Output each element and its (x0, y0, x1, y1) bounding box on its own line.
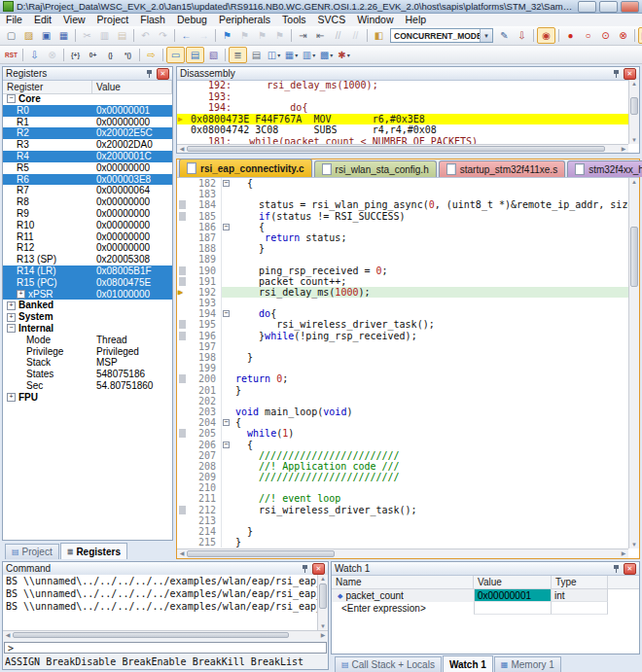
fold-collapse-icon[interactable]: − (223, 419, 230, 426)
disassembly-line[interactable]: 192: rsi_delay_ms(1000); (177, 80, 628, 91)
step-out-icon[interactable]: (} (102, 48, 119, 62)
register-row-r5[interactable]: R50x00000000 (3, 162, 172, 174)
scroll-left-icon[interactable]: ◀ (4, 631, 12, 639)
register-row-r15-pc[interactable]: R15 (PC)0x0800475E (3, 277, 172, 289)
dock-tab-memory-1[interactable]: ▦Memory 1 (494, 656, 561, 672)
register-row-r0[interactable]: R00x00000001 (3, 105, 172, 117)
code-line-213[interactable]: 213 (177, 515, 628, 526)
register-row-privilege[interactable]: PrivilegePrivileged (3, 346, 172, 358)
scroll-up-icon[interactable]: ▲ (318, 575, 328, 583)
pin-icon[interactable] (146, 69, 153, 79)
indent-right-icon[interactable]: ⇥ (295, 28, 311, 43)
minimize-button[interactable] (578, 1, 596, 13)
scroll-left-icon[interactable]: ◀ (178, 145, 186, 153)
scroll-up-icon[interactable]: ▲ (629, 80, 639, 88)
code-line-182[interactable]: 182− { (177, 178, 628, 189)
pin-icon[interactable] (613, 69, 620, 79)
pin-icon[interactable] (613, 564, 620, 574)
run-to-line-icon[interactable]: *() (120, 48, 136, 62)
maximize-button[interactable] (599, 1, 618, 13)
paste-icon[interactable]: ▤ (114, 28, 130, 43)
pin-icon[interactable] (302, 564, 308, 574)
register-row-xpsr[interactable]: +xPSR0x01000000 (3, 289, 172, 301)
dock-tab-watch-1[interactable]: Watch 1 (443, 655, 493, 672)
register-row-internal[interactable]: −Internal (3, 323, 172, 335)
register-row-r10[interactable]: R100x00000000 (3, 220, 172, 231)
register-row-stack[interactable]: StackMSP (3, 357, 172, 369)
nav-back-icon[interactable]: ← (178, 28, 195, 43)
dock-tab-call-stack-locals[interactable]: ▤Call Stack + Locals (335, 656, 442, 672)
menu-window[interactable]: Window (351, 14, 399, 26)
translate-file-icon[interactable]: ✎ (496, 28, 513, 43)
register-row-r13-sp[interactable]: R13 (SP)0x20005308 (3, 254, 172, 265)
disassembly-content[interactable]: 192: rsi_delay_ms(1000); 193: 194: do{ 0… (177, 80, 628, 144)
command-output[interactable]: BS \\unnamed\../../../../../examples/wla… (3, 575, 317, 630)
code-line-185[interactable]: 185 if(status != RSI_SUCCESS) (177, 211, 628, 222)
scroll-up-icon[interactable]: ▲ (629, 178, 639, 186)
breakpoint-kill-all-icon[interactable]: ⊗ (615, 28, 631, 43)
stop-icon[interactable]: ⊗ (44, 48, 60, 62)
file-tab-rsi-eap-connectivity-c[interactable]: rsi_eap_connectivity.c (179, 159, 312, 177)
code-line-208[interactable]: 208 //! Application code /// (177, 461, 628, 472)
menu-svcs[interactable]: SVCS (312, 14, 352, 26)
code-line-193[interactable]: 193 (177, 298, 628, 308)
code-line-214[interactable]: 214 } (177, 526, 628, 537)
disassembly-line[interactable]: 193: (177, 91, 628, 103)
save-all-icon[interactable]: ▦ (55, 28, 72, 43)
nav-forward-icon[interactable]: → (196, 28, 212, 43)
register-row-r6[interactable]: R60x000003E8 (3, 174, 172, 186)
editor-horizontal-scrollbar[interactable]: ◀ ▶ (177, 548, 628, 558)
dock-tab-project[interactable]: ▤Project (5, 544, 59, 559)
code-line-205[interactable]: 205 while(1) (177, 428, 628, 439)
menu-flash[interactable]: Flash (134, 14, 171, 26)
open-folder-icon[interactable]: ▨ (20, 28, 37, 43)
scrollbar-thumb[interactable] (630, 227, 638, 287)
expand-icon[interactable]: + (7, 393, 16, 402)
code-line-184[interactable]: 184 status = rsi_wlan_ping_async(0, (uin… (177, 199, 628, 210)
code-line-196[interactable]: 196 }while(!ping_rsp_received); (177, 331, 628, 341)
command-input[interactable]: > (4, 642, 327, 654)
fold-collapse-icon[interactable]: − (223, 310, 230, 317)
scroll-right-icon[interactable]: ▶ (620, 145, 627, 153)
collapse-icon[interactable]: − (7, 324, 16, 333)
watch-window-icon[interactable]: ◫▾ (266, 48, 282, 62)
show-next-statement-icon[interactable]: ⇨ (143, 48, 160, 62)
register-row-banked[interactable]: +Banked (3, 300, 172, 311)
code-line-190[interactable]: 190 ping_rsp_received = 0; (177, 265, 628, 276)
fold-collapse-icon[interactable]: − (223, 224, 230, 230)
watch-row-packet-count[interactable]: ◆packet_count0x00000001int (332, 589, 639, 602)
register-row-mode[interactable]: ModeThread (3, 335, 172, 346)
register-row-r8[interactable]: R80x00000000 (3, 196, 172, 208)
code-line-210[interactable]: 210 (177, 482, 628, 493)
register-row-core[interactable]: −Core (3, 93, 172, 105)
analysis-window-icon[interactable]: ▩▾ (318, 48, 335, 62)
fold-collapse-icon[interactable]: − (223, 442, 230, 448)
chevron-down-icon[interactable]: ▾ (312, 52, 315, 58)
step-into-icon[interactable]: {+} (67, 48, 84, 62)
scrollbar-thumb[interactable] (13, 632, 289, 638)
memory-window-icon[interactable]: ▦▾ (283, 48, 300, 62)
code-line-192[interactable]: ▶192 rsi_delay_ms(1000); (177, 287, 628, 298)
registers-window-icon[interactable]: ≣ (229, 47, 247, 63)
redo-icon[interactable]: ↷ (155, 28, 171, 43)
file-tab-rsi-wlan-sta-config-h[interactable]: rsi_wlan_sta_config.h (314, 160, 437, 177)
callstack-window-icon[interactable]: ▤ (248, 48, 265, 62)
disassembly-line[interactable]: 194: do{ (177, 102, 628, 114)
scroll-right-icon[interactable]: ▶ (620, 549, 627, 557)
file-tab-startup-stm32f411xe-s[interactable]: startup_stm32f411xe.s (439, 160, 565, 177)
command-vertical-scrollbar[interactable]: ▲ ▼ (317, 575, 328, 630)
code-line-211[interactable]: 211 //! event loop (177, 493, 628, 504)
scrollbar-thumb[interactable] (630, 97, 638, 115)
close-icon[interactable]: ✕ (157, 68, 169, 80)
expand-icon[interactable]: + (7, 301, 16, 310)
indent-left-icon[interactable]: ⇤ (312, 28, 329, 43)
reset-cpu-icon[interactable]: RST (3, 48, 19, 62)
scroll-down-icon[interactable]: ▼ (629, 136, 639, 144)
cut-icon[interactable]: ✂ (79, 28, 95, 43)
run-icon[interactable]: ⇩ (26, 48, 43, 62)
disassembly-vertical-scrollbar[interactable]: ▲ ▼ (628, 80, 639, 144)
code-line-202[interactable]: 202 (177, 396, 628, 407)
serial-window-icon[interactable]: ▥▾ (301, 48, 317, 62)
close-icon[interactable]: ✕ (312, 563, 325, 575)
code-line-197[interactable]: 197 (177, 341, 628, 352)
